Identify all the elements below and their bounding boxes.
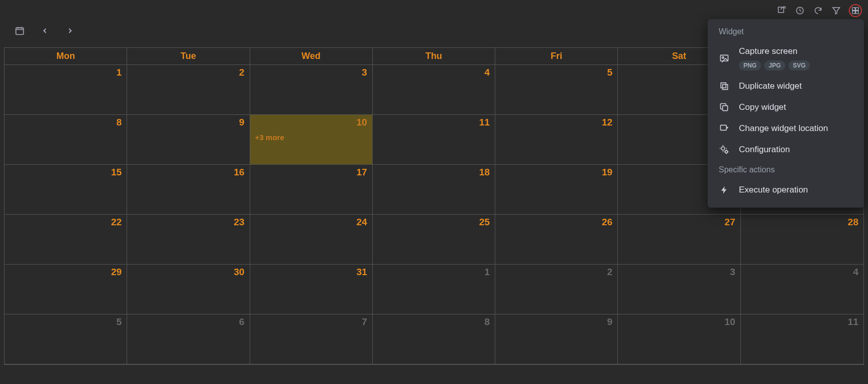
calendar-cell[interactable]: 31 [250, 265, 373, 314]
dayname-wed: Wed [250, 48, 373, 65]
calendar-nav [14, 25, 76, 36]
widget-menu-icon[interactable] [849, 4, 862, 17]
day-number: 15 [111, 167, 122, 178]
menu-label: Change widget location [739, 123, 828, 134]
calendar-cell[interactable]: 11 [741, 314, 863, 364]
calendar-cell[interactable]: 8 [5, 115, 127, 165]
menu-change-location[interactable]: Change widget location [708, 118, 864, 139]
prev-icon[interactable] [39, 25, 50, 36]
calendar-cell[interactable]: 10+3 more [250, 115, 373, 165]
calendar-cell[interactable]: 2 [127, 65, 250, 115]
day-number: 4 [853, 267, 858, 278]
menu-duplicate-widget[interactable]: Duplicate widget [708, 76, 864, 97]
day-number: 7 [362, 316, 367, 328]
calendar-cell[interactable]: 4 [373, 65, 495, 115]
menu-configuration[interactable]: Configuration [708, 139, 864, 160]
calendar-icon[interactable] [14, 25, 25, 36]
refresh-icon[interactable] [813, 5, 824, 16]
svg-rect-3 [856, 8, 858, 10]
day-number: 27 [725, 217, 735, 228]
chip-jpg[interactable]: JPG [764, 60, 785, 71]
next-icon[interactable] [65, 25, 76, 36]
day-number: 17 [357, 167, 367, 178]
calendar-cell[interactable]: 3 [250, 65, 373, 115]
day-number: 8 [485, 316, 490, 328]
chip-png[interactable]: PNG [739, 60, 761, 71]
day-number: 16 [234, 167, 244, 178]
day-number: 9 [607, 316, 613, 328]
day-number: 6 [239, 316, 245, 328]
calendar-cell[interactable]: 5 [495, 65, 618, 115]
calendar-cell[interactable]: 5 [5, 314, 127, 364]
calendar-cell[interactable]: 28 [741, 215, 863, 265]
calendar-cell[interactable]: 26 [495, 215, 618, 265]
calendar-cell[interactable]: 3 [618, 265, 740, 314]
menu-label: Copy widget [739, 102, 786, 112]
day-number: 2 [607, 267, 613, 278]
calendar-cell[interactable]: 1 [373, 265, 495, 314]
calendar-cell[interactable]: 4 [741, 265, 863, 314]
day-number: 3 [730, 267, 735, 278]
calendar-cell[interactable]: 30 [127, 265, 250, 314]
more-events[interactable]: +3 more [255, 133, 367, 142]
day-number: 22 [111, 217, 122, 228]
calendar-cell[interactable]: 8 [373, 314, 495, 364]
calendar-cell[interactable]: 18 [373, 165, 495, 215]
menu-label: Capture screen [739, 46, 810, 56]
calendar-cell[interactable]: 9 [495, 314, 618, 364]
menu-section-specific: Specific actions [708, 160, 864, 179]
day-number: 23 [234, 217, 244, 228]
calendar-cell[interactable]: 23 [127, 215, 250, 265]
svg-rect-2 [852, 8, 855, 10]
dayname-thu: Thu [373, 48, 495, 65]
day-number: 29 [111, 267, 122, 278]
calendar-cell[interactable]: 17 [250, 165, 373, 215]
calendar-cell[interactable]: 29 [5, 265, 127, 314]
svg-rect-9 [723, 85, 728, 90]
calendar-cell[interactable]: 24 [250, 215, 373, 265]
svg-rect-10 [721, 83, 726, 88]
menu-label: Configuration [739, 145, 790, 155]
calendar-cell[interactable]: 25 [373, 215, 495, 265]
calendar-cell[interactable]: 6 [127, 314, 250, 364]
image-icon [719, 53, 730, 64]
day-number: 8 [117, 117, 122, 128]
calendar-cell[interactable]: 12 [495, 115, 618, 165]
menu-capture-screen[interactable]: Capture screen PNG JPG SVG [708, 41, 864, 76]
calendar-cell[interactable]: 19 [495, 165, 618, 215]
calendar-cell[interactable]: 11 [373, 115, 495, 165]
widget-context-menu: Widget Capture screen PNG JPG SVG Duplic… [708, 19, 864, 208]
day-number: 28 [848, 217, 858, 228]
chip-svg[interactable]: SVG [788, 60, 810, 71]
day-number: 26 [602, 217, 612, 228]
calendar-cell[interactable]: 1 [5, 65, 127, 115]
day-number: 10 [725, 316, 735, 328]
widget-toolbar [776, 4, 862, 17]
capture-format-chips: PNG JPG SVG [739, 60, 810, 71]
menu-section-widget: Widget [708, 27, 864, 41]
svg-rect-6 [16, 28, 24, 34]
calendar-cell[interactable]: 16 [127, 165, 250, 215]
dayname-tue: Tue [127, 48, 250, 65]
svg-rect-11 [723, 106, 728, 111]
calendar-cell[interactable]: 15 [5, 165, 127, 215]
day-number: 4 [485, 67, 490, 78]
calendar-cell[interactable]: 7 [250, 314, 373, 364]
gear-icon [719, 144, 730, 155]
day-number: 10 [357, 117, 367, 128]
export-icon[interactable] [776, 5, 787, 16]
menu-label: Execute operation [739, 185, 808, 195]
calendar-cell[interactable]: 10 [618, 314, 740, 364]
calendar-cell[interactable]: 22 [5, 215, 127, 265]
calendar-cell[interactable]: 9 [127, 115, 250, 165]
duplicate-icon [719, 81, 730, 92]
calendar-cell[interactable]: 27 [618, 215, 740, 265]
history-icon[interactable] [794, 5, 805, 16]
menu-copy-widget[interactable]: Copy widget [708, 97, 864, 118]
day-number: 31 [357, 267, 367, 278]
filter-icon[interactable] [831, 5, 842, 16]
day-number: 5 [117, 316, 122, 328]
calendar-cell[interactable]: 2 [495, 265, 618, 314]
day-number: 1 [485, 267, 490, 278]
menu-execute-operation[interactable]: Execute operation [708, 179, 864, 201]
